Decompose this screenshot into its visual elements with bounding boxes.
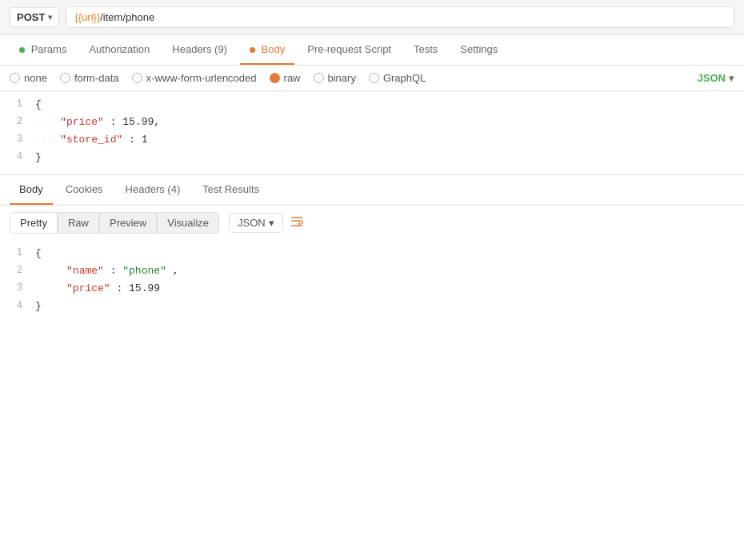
response-format-chevron: ▾ [269,217,274,229]
radio-urlencoded [132,73,142,83]
tab-authorization-label: Authorization [89,43,150,55]
wrap-lines-icon[interactable] [290,214,304,232]
tab-pre-request-label: Pre-request Script [307,43,391,55]
option-none[interactable]: none [10,72,47,84]
json-format-selector[interactable]: JSON ▾ [698,72,734,84]
radio-raw [270,73,280,83]
radio-binary [314,73,324,83]
req-line-4: 4 } [0,150,744,168]
resp-line-1: 1 { [0,246,744,264]
tab-params[interactable]: Params [10,35,76,65]
tab-params-label: Params [31,43,67,55]
request-code-editor: 1 { 2 ··· "price" : 15.99, 3 ··· "store_… [0,91,744,175]
response-tab-test-results[interactable]: Test Results [193,175,269,205]
option-raw[interactable]: raw [270,72,301,84]
option-graphql[interactable]: GraphQL [369,72,426,84]
url-bar: POST ▾ {{url}}/item/phone [0,0,744,35]
response-tab-cookies[interactable]: Cookies [56,175,113,205]
response-tab-body[interactable]: Body [10,175,53,205]
resp-tab-body-label: Body [19,183,43,195]
req-val-store-id: 1 [142,134,148,146]
response-tab-headers[interactable]: Headers (4) [116,175,190,205]
option-binary[interactable]: binary [314,72,356,84]
resp-tab-cookies-label: Cookies [66,183,103,195]
sub-tab-pretty[interactable]: Pretty [10,212,58,234]
response-format-label: JSON [238,217,266,229]
resp-tab-test-results-label: Test Results [202,183,259,195]
option-form-data[interactable]: form-data [60,72,119,84]
url-path: /item/phone [100,11,154,23]
req-key-price: "price" [60,116,104,128]
tab-authorization[interactable]: Authorization [79,35,159,65]
body-options: none form-data x-www-form-urlencoded raw… [0,66,744,91]
radio-graphql [369,73,379,83]
option-urlencoded[interactable]: x-www-form-urlencoded [132,72,257,84]
resp-key-price: "price" [66,282,110,294]
url-template: {{url}} [74,11,100,23]
indent-dots-3: ··· [35,134,54,146]
request-tabs: Params Authorization Headers (9) Body Pr… [0,35,744,66]
resp-tab-headers-label: Headers (4) [126,183,181,195]
response-tabs: Body Cookies Headers (4) Test Results [0,175,744,206]
tab-pre-request[interactable]: Pre-request Script [298,35,401,65]
tab-headers[interactable]: Headers (9) [162,35,237,65]
json-chevron: ▾ [729,72,734,84]
radio-form-data [60,73,70,83]
method-label: POST [17,11,45,23]
resp-line-3: 3 ···· "price" : 15.99 [0,282,744,299]
resp-val-price: 15.99 [129,282,160,294]
body-dot [250,47,255,53]
req-val-price: 15.99, [122,116,160,128]
sub-tab-preview[interactable]: Preview [99,212,157,234]
sub-tab-visualize[interactable]: Visualize [157,212,219,234]
tab-settings[interactable]: Settings [450,35,507,65]
tab-tests[interactable]: Tests [404,35,447,65]
tab-tests-label: Tests [414,43,438,55]
tab-body-label: Body [262,43,286,55]
response-sub-tabs-bar: Pretty Raw Preview Visualize JSON ▾ [0,206,744,240]
params-dot [19,47,25,53]
req-line-1: 1 { [0,98,744,115]
tab-headers-label: Headers (9) [172,43,227,55]
req-line-3: 3 ··· "store_id" : 1 [0,133,744,150]
resp-val-name: "phone" [122,265,166,277]
resp-key-name: "name" [66,265,104,277]
tab-body[interactable]: Body [240,35,294,65]
response-code-editor: 1 { 2 ···· "name" : "phone" , 3 ···· "pr… [0,240,744,323]
radio-none [10,73,20,83]
sub-tab-raw[interactable]: Raw [58,212,99,234]
response-json-selector[interactable]: JSON ▾ [229,213,283,233]
req-line-2: 2 ··· "price" : 15.99, [0,115,744,133]
indent-dots-2: ··· [35,116,54,128]
json-label: JSON [698,72,726,84]
method-selector[interactable]: POST ▾ [10,7,59,27]
resp-line-2: 2 ···· "name" : "phone" , [0,264,744,282]
method-chevron: ▾ [48,13,52,22]
resp-line-4: 4 } [0,299,744,317]
req-key-store-id: "store_id" [60,134,122,146]
tab-settings-label: Settings [460,43,498,55]
